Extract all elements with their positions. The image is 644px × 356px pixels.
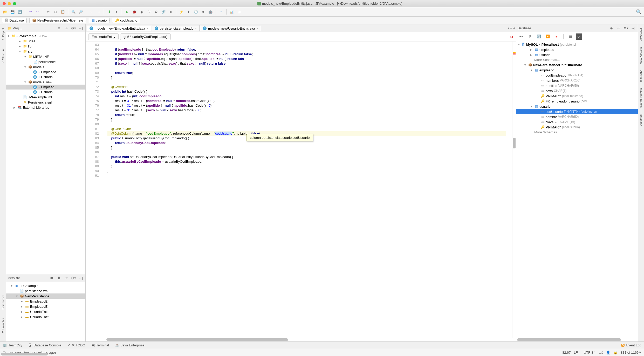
attach-icon[interactable]: 🔗 xyxy=(160,9,167,15)
error-marker[interactable] xyxy=(513,53,516,54)
db-row[interactable]: ▭codEmpleado TINYINT(4) xyxy=(516,73,638,78)
replace-icon[interactable]: 🔎 xyxy=(78,9,84,15)
db-datasource[interactable]: ▼🗄 MySQL - @localhost (persistenci xyxy=(516,42,638,47)
db-row[interactable]: 🔑PRIMARY (codEmpleado) xyxy=(516,93,638,99)
db-refresh-icon[interactable]: 🔄 xyxy=(536,33,542,40)
sync-icon[interactable]: 🔄 xyxy=(17,9,23,15)
forward-icon[interactable]: → xyxy=(95,9,102,15)
db-row[interactable]: ▼▦usuario xyxy=(516,104,638,109)
tree-row[interactable]: ▼▣JPAexample xyxy=(6,283,85,288)
db-new-icon[interactable]: +▾ xyxy=(518,33,524,40)
db-table-icon[interactable]: ▦ xyxy=(567,33,573,40)
scrollbar[interactable] xyxy=(1,353,48,355)
find-icon[interactable]: 🔍 xyxy=(70,9,77,15)
tree-row[interactable]: ▶▬UsuarioEntit xyxy=(6,314,85,319)
tree-row[interactable]: 📄persistence.xm xyxy=(6,288,85,293)
pp-collapse-icon[interactable]: ⇈ xyxy=(63,275,69,281)
tree-row[interactable]: 🗎Persistencia.sql xyxy=(6,100,85,105)
db-settings-icon[interactable]: ⚙▾ xyxy=(623,25,629,31)
run-config-icon[interactable]: ▾ xyxy=(113,9,120,15)
nav-item-persistence-unit[interactable]: 📦NewPersistenceUnit/Hibernate xyxy=(29,18,86,23)
pp-expand-icon[interactable]: ⇊ xyxy=(56,275,62,281)
tree-row[interactable]: ▶📚External Libraries xyxy=(6,105,85,110)
db-row[interactable]: ▭clave VARCHAR(16) xyxy=(516,119,638,125)
bottom-tab[interactable]: 🏢TeamCity xyxy=(3,343,22,347)
gutter-psiviewer-tab[interactable]: PsiViewer xyxy=(639,26,643,42)
lock-icon[interactable]: 🔒 xyxy=(613,351,618,354)
db-row[interactable]: 🔑FK_empleado_usuario (cod xyxy=(516,99,638,104)
gutter-project-tab[interactable]: 1: Project xyxy=(1,26,5,42)
maximize-window-button[interactable] xyxy=(13,2,16,5)
db-stop-icon[interactable]: ■ xyxy=(553,33,560,40)
nav-item-database[interactable]: 🗄Database xyxy=(2,18,27,23)
code-area[interactable]: if (codEmpleado != that.codEmpleado) ret… xyxy=(101,42,512,338)
cut-icon[interactable]: ✂ xyxy=(45,9,51,15)
db-duplicate-icon[interactable]: ⎘ xyxy=(527,33,533,40)
tree-row[interactable]: C ⊸Empleado xyxy=(6,70,85,74)
close-tab-icon[interactable]: × xyxy=(147,27,148,30)
scroll-from-source-icon[interactable]: ⊕ xyxy=(56,25,62,31)
settings-icon[interactable]: ⚙▾ xyxy=(70,25,77,31)
tree-row[interactable]: C ⊸UsuarioE xyxy=(6,74,85,79)
scroll-thumb[interactable] xyxy=(513,138,516,148)
pp-link-icon[interactable]: ⇄ xyxy=(49,275,55,281)
db-collapse-icon[interactable]: ⇊ xyxy=(615,25,622,31)
gutter-memory-tab[interactable]: Memory View xyxy=(639,45,643,66)
tree-row[interactable]: ▶📁.idea xyxy=(6,38,85,44)
nav-item-table[interactable]: ▦usuario xyxy=(89,18,110,23)
editor-tab[interactable]: Cpersistencia.empleado× xyxy=(152,25,200,31)
line-separator[interactable]: LF≐ xyxy=(574,351,580,354)
search-everywhere-icon[interactable]: 🔍 xyxy=(636,9,642,15)
gutter-database-tab[interactable]: Database xyxy=(639,112,643,128)
copy-icon[interactable]: ⎘ xyxy=(52,9,59,15)
file-encoding[interactable]: UTF-8≐ xyxy=(584,351,596,354)
memory-indicator[interactable]: 831 of 1166M xyxy=(621,351,641,354)
update-icon[interactable]: ⬆ xyxy=(186,9,192,15)
gutter-persistence-tab[interactable]: Persistence xyxy=(1,293,5,311)
open-icon[interactable]: 📂 xyxy=(2,9,8,15)
tree-row[interactable]: C ⊸Emplead xyxy=(6,85,85,90)
db-row[interactable]: ▭nombre VARCHAR(50) xyxy=(516,114,638,119)
editor-tab[interactable]: Cmodels_new/EmpleadoEntity.java× xyxy=(87,25,151,31)
save-icon[interactable]: 💾 xyxy=(9,9,16,15)
db-add-icon[interactable]: ⊕ xyxy=(608,25,614,31)
tree-row[interactable]: ▼📁META-INF xyxy=(6,54,85,59)
git-branch-icon[interactable]: ⎇ xyxy=(599,351,603,354)
db-row[interactable]: ▭codUsuario TINYINT(4) (auto incren xyxy=(516,109,638,114)
close-tab-icon[interactable]: × xyxy=(257,27,258,30)
pp-hide-icon[interactable]: →| xyxy=(78,275,84,281)
gutter-ant-tab[interactable]: Ant Build xyxy=(639,69,643,83)
nav-item-column[interactable]: 🔑codUsuario xyxy=(112,18,140,23)
db-row[interactable]: More Schemas… xyxy=(516,130,638,135)
tabs-overflow[interactable]: ▾ ⬌ 4 xyxy=(508,26,515,30)
db-row[interactable]: ▼📦NewPersistenceUnit/Hibernate xyxy=(516,62,638,67)
bottom-tab[interactable]: 🗄Database Console xyxy=(29,343,61,347)
h-scrollbar[interactable] xyxy=(106,338,288,341)
redo-icon[interactable]: ↷ xyxy=(35,9,41,15)
editor-tab[interactable]: Cmodels_new/UsuarioEntity.java× xyxy=(200,25,261,31)
profile-icon[interactable]: ⏱ xyxy=(146,9,152,15)
structure-icon[interactable]: 📊 xyxy=(229,9,235,15)
db-hide-icon[interactable]: →| xyxy=(630,25,636,31)
tree-row[interactable]: 📄persistence xyxy=(6,59,85,64)
tree-row[interactable]: ▼📦models xyxy=(6,64,85,70)
concurrency-icon[interactable]: ⚙ xyxy=(153,9,159,15)
tree-row[interactable]: ▼📁src xyxy=(6,49,85,54)
line-gutter[interactable]: 6364656667686970717273747576777879808182… xyxy=(86,42,101,338)
gutter-structure-tab[interactable]: 7: Structure xyxy=(1,47,5,65)
tree-row[interactable]: ▼📦models_new xyxy=(6,79,85,85)
collapse-all-icon[interactable]: ⇊ xyxy=(63,25,69,31)
db-row[interactable]: ▶▦empleado xyxy=(516,47,638,52)
coverage-icon[interactable]: ◉ xyxy=(139,9,145,15)
layout-icon[interactable]: ⊞ xyxy=(236,9,242,15)
inspection-icon[interactable]: 👤 xyxy=(606,351,610,354)
paste-icon[interactable]: 📋 xyxy=(60,9,66,15)
tree-row[interactable]: ▶📁lib xyxy=(6,44,85,49)
warning-marker[interactable] xyxy=(513,52,516,53)
db-row[interactable]: 🔑PRIMARY (codUsuario) xyxy=(516,125,638,130)
bottom-tab[interactable]: ☕Java Enterprise xyxy=(115,343,144,347)
vcs-icon[interactable]: ⚡ xyxy=(178,9,184,15)
db-filter-icon[interactable]: 🔽 xyxy=(545,33,551,40)
back-icon[interactable]: ← xyxy=(88,9,94,15)
event-log[interactable]: 5Event Log xyxy=(621,343,641,347)
